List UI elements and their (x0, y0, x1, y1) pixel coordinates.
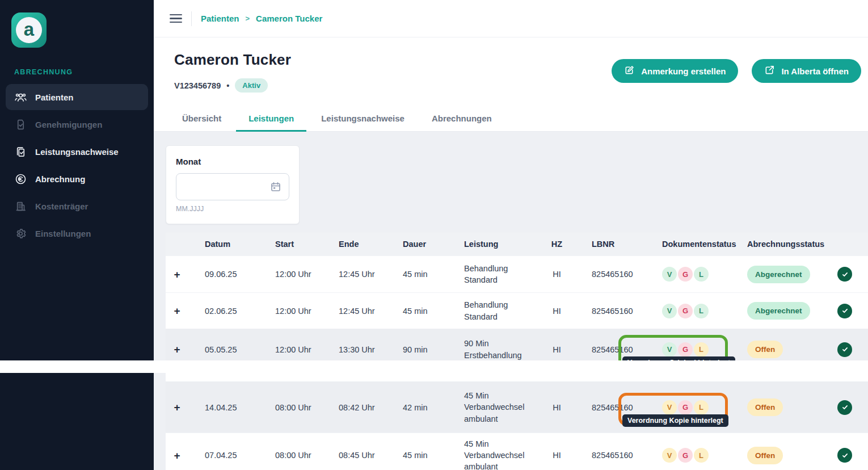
check-icon (837, 400, 852, 415)
abrechnungsstatus-badge: Offen (747, 447, 783, 464)
cell-dokumentenstatus: VGL (646, 256, 731, 292)
insurance-number: V123456789 (174, 81, 221, 90)
breadcrumb: Patienten>Cameron Tucker (201, 14, 322, 23)
cell-start: 08:00 Uhr (259, 451, 322, 460)
doc-status-badge-l[interactable]: L (694, 400, 709, 415)
doc-status-badge-l[interactable]: L (694, 304, 709, 318)
topbar-divider (191, 11, 192, 26)
cell-hz: HI (538, 403, 575, 412)
cell-start: 12:00 Uhr (259, 345, 322, 354)
sidebar-item-patienten[interactable]: Patienten (6, 84, 148, 110)
month-filter-label: Monat (176, 157, 289, 166)
expand-row-button[interactable]: + (174, 344, 180, 355)
tab-abrechnungen[interactable]: Abrechnungen (418, 105, 505, 131)
header-actions: Anmerkung erstellen In Alberta öffnen (612, 59, 861, 105)
column-header-leistung: Leistung (448, 240, 538, 249)
table-body: + 09.06.25 12:00 Uhr 12:45 Uhr 45 min Be… (166, 255, 868, 470)
table-header: DatumStartEndeDauerLeistungHZLBNRDokumen… (166, 233, 868, 255)
doc-status-badge-v[interactable]: V (662, 400, 677, 415)
expand-row-button[interactable]: + (174, 402, 180, 413)
patient-subline: V123456789 • Aktiv (174, 78, 291, 93)
expand-row-button[interactable]: + (174, 450, 180, 461)
sidebar-item-label: Einstellungen (35, 229, 91, 238)
tab-leistungen[interactable]: Leistungen (235, 105, 307, 131)
cell-leistung: Behandlung Standard (448, 299, 538, 322)
sidebar-item-label: Leistungsnachweise (35, 147, 119, 157)
sidebar-section-label: ABRECHNUNG (14, 68, 154, 76)
check-icon (837, 342, 852, 357)
topbar: Patienten>Cameron Tucker (154, 0, 868, 37)
cell-start: 08:00 Uhr (259, 403, 322, 412)
cell-datum: 14.04.25 (188, 403, 259, 412)
hamburger-menu-icon[interactable] (170, 14, 182, 23)
sidebar-item-leistungsnachweise[interactable]: Leistungsnachweise (6, 139, 148, 165)
table-row: + 02.06.25 12:00 Uhr 12:45 Uhr 45 min Be… (166, 292, 868, 329)
breadcrumb-item-patienten[interactable]: Patienten (201, 14, 239, 23)
cell-dokumentenstatus: VGL (646, 293, 731, 329)
doc-status-badge-g[interactable]: G (678, 448, 693, 463)
sidebar-item-kostentraeger[interactable]: Kostenträger (6, 193, 148, 219)
doc-status-badge-v[interactable]: V (662, 342, 677, 357)
breadcrumb-separator: > (246, 14, 250, 23)
content-area: Monat MM.JJJJ DatumStartEndeDauerLeistun… (154, 132, 868, 470)
doc-status-badge-g[interactable]: G (678, 342, 693, 357)
sidebar-nav: Patienten Genehmigungen Leistungsnachwei… (0, 84, 154, 246)
expand-row-button[interactable]: + (174, 269, 180, 280)
create-note-button[interactable]: Anmerkung erstellen (612, 59, 738, 83)
column-header-dokumentenstatus: Dokumentenstatus (646, 240, 731, 249)
doc-status-badge-v[interactable]: V (662, 304, 677, 318)
cell-ende: 12:45 Uhr (322, 307, 386, 316)
doc-status-badge-g[interactable]: G (678, 400, 693, 415)
cell-abrechnungsstatus: Offen (731, 447, 810, 464)
month-input[interactable] (184, 182, 270, 191)
logo-letter: a (16, 17, 42, 43)
cell-abrechnungsstatus: Offen (731, 398, 810, 416)
doc-status-badge-v[interactable]: V (662, 448, 677, 463)
app-root: a ABRECHNUNG Patienten Genehmigungen Lei… (0, 0, 868, 470)
abrechnungsstatus-badge: Offen (747, 341, 783, 358)
sidebar-item-genehmigungen[interactable]: Genehmigungen (6, 111, 148, 137)
cell-dauer: 90 min (386, 345, 448, 354)
cell-hz: HI (538, 270, 575, 279)
cell-checked (810, 448, 868, 463)
cell-datum: 07.04.25 (188, 451, 259, 460)
cell-datum: 05.05.25 (188, 345, 259, 354)
doc-status-badge-g[interactable]: G (678, 267, 693, 282)
cell-hz: HI (538, 307, 575, 316)
calendar-icon[interactable] (270, 181, 281, 192)
main-area: Patienten>Cameron Tucker Cameron Tucker … (154, 0, 868, 470)
month-filter-card: Monat MM.JJJJ (166, 145, 300, 224)
cell-ende: 12:45 Uhr (322, 270, 386, 279)
sidebar-item-einstellungen[interactable]: Einstellungen (6, 220, 148, 246)
subline-separator: • (226, 81, 229, 90)
cell-abrechnungsstatus: Abgerechnet (731, 302, 810, 320)
table-row: + 05.05.25 12:00 Uhr 13:30 Uhr 90 min 90… (166, 329, 868, 370)
cell-leistung: Behandlung Standard (448, 263, 538, 286)
column-header-lbnr: LBNR (575, 240, 646, 249)
cell-dauer: 45 min (386, 270, 448, 279)
breadcrumb-item-cameron-tucker[interactable]: Cameron Tucker (256, 14, 322, 23)
table-row: + 14.04.25 08:00 Uhr 08:42 Uhr 42 min 45… (166, 381, 868, 433)
abrechnungsstatus-badge: Abgerechnet (747, 266, 810, 283)
doc-status-badge-l[interactable]: L (694, 448, 709, 463)
doc-status-badge-g[interactable]: G (678, 304, 693, 318)
cell-start: 12:00 Uhr (259, 270, 322, 279)
euro-circle-icon (14, 173, 27, 185)
doc-status-badge-l[interactable]: L (694, 267, 709, 282)
column-header-ende: Ende (322, 240, 386, 249)
doc-status-badge-l[interactable]: L (694, 342, 709, 357)
column-header-start: Start (259, 240, 322, 249)
tab-leistungsnachweise[interactable]: Leistungsnachweise (307, 105, 418, 131)
stitch-gap-row (166, 370, 868, 381)
tab-uebersicht[interactable]: Übersicht (168, 105, 235, 131)
expand-row-button[interactable]: + (174, 305, 180, 316)
doc-status-badge-v[interactable]: V (662, 267, 677, 282)
sidebar-item-abrechnung[interactable]: Abrechnung (6, 166, 148, 192)
app-logo: a (11, 12, 47, 48)
building-icon (14, 200, 27, 212)
table-row: + 09.06.25 12:00 Uhr 12:45 Uhr 45 min Be… (166, 255, 868, 292)
open-in-alberta-button[interactable]: In Alberta öffnen (752, 59, 861, 83)
cell-checked (810, 400, 868, 415)
cell-checked (810, 342, 868, 357)
table-row: + 07.04.25 08:00 Uhr 08:45 Uhr 45 min 45… (166, 433, 868, 470)
